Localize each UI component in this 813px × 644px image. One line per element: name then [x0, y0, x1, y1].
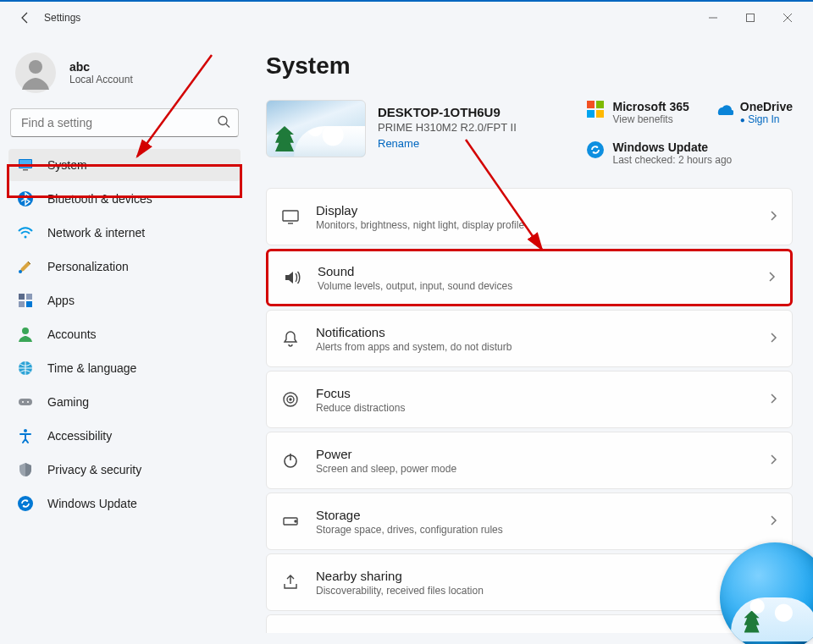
- card-cutoff[interactable]: [266, 614, 793, 633]
- card-storage[interactable]: Storage Storage space, drives, configura…: [266, 493, 793, 550]
- sidebar-item-label: System: [47, 158, 87, 172]
- card-sound[interactable]: Sound Volume levels, output, input, soun…: [266, 249, 793, 306]
- nav-list: System Bluetooth & devices Network & int…: [5, 149, 244, 520]
- card-power[interactable]: Power Screen and sleep, power mode: [266, 432, 793, 489]
- device-thumbnail[interactable]: [266, 100, 366, 157]
- card-nearby[interactable]: Nearby sharing Discoverability, received…: [266, 553, 793, 611]
- tile-title: OneDrive: [740, 100, 793, 113]
- tile-title: Microsoft 365: [613, 100, 689, 113]
- display-icon: [280, 206, 301, 227]
- tile-m365[interactable]: Microsoft 365 View benefits: [586, 100, 689, 125]
- minimize-icon: [708, 13, 718, 23]
- card-sub: Screen and sleep, power mode: [316, 463, 753, 475]
- update-icon: [586, 140, 605, 159]
- share-icon: [280, 572, 301, 592]
- minimize-button[interactable]: [694, 5, 732, 30]
- card-sub: Monitors, brightness, night light, displ…: [316, 219, 753, 231]
- svg-rect-20: [19, 399, 32, 405]
- update-icon: [17, 495, 34, 512]
- sound-icon: [282, 267, 302, 288]
- page-title: System: [266, 52, 793, 80]
- card-sub: Alerts from apps and system, do not dist…: [316, 341, 753, 353]
- focus-icon: [280, 389, 301, 410]
- svg-point-34: [290, 399, 291, 400]
- sidebar-item-apps[interactable]: Apps: [8, 284, 241, 316]
- maximize-icon: [745, 13, 755, 23]
- svg-rect-17: [26, 301, 32, 307]
- card-title: Focus: [316, 386, 753, 400]
- svg-rect-26: [596, 101, 604, 108]
- card-notifications[interactable]: Notifications Alerts from apps and syste…: [266, 310, 793, 367]
- search-icon: [217, 115, 230, 131]
- svg-rect-30: [283, 211, 298, 221]
- sidebar-item-time[interactable]: Time & language: [8, 352, 241, 384]
- sidebar-item-update[interactable]: Windows Update: [8, 487, 241, 520]
- rename-link[interactable]: Rename: [378, 137, 419, 150]
- power-icon: [280, 450, 301, 471]
- sidebar-item-bluetooth[interactable]: Bluetooth & devices: [8, 183, 241, 215]
- monitor-icon: [17, 157, 34, 173]
- sidebar-item-gaming[interactable]: Gaming: [8, 386, 241, 418]
- svg-point-21: [22, 401, 24, 403]
- title-bar: Settings: [0, 0, 813, 34]
- globe-clock-icon: [17, 360, 34, 377]
- sidebar-item-label: Apps: [47, 294, 75, 307]
- tile-title: Windows Update: [613, 140, 733, 154]
- card-title: Notifications: [316, 325, 753, 339]
- person-icon: [17, 326, 34, 343]
- chevron-right-icon: [768, 332, 778, 345]
- bluetooth-icon: [17, 190, 34, 207]
- svg-point-38: [295, 520, 296, 522]
- svg-line-7: [226, 124, 230, 128]
- svg-rect-15: [26, 294, 32, 300]
- sidebar-item-label: Privacy & security: [47, 463, 141, 476]
- card-display[interactable]: Display Monitors, brightness, night ligh…: [266, 188, 793, 245]
- tile-sub: View benefits: [613, 113, 689, 125]
- svg-rect-25: [587, 101, 595, 108]
- card-title: Storage: [316, 508, 753, 522]
- svg-point-29: [587, 141, 604, 158]
- svg-rect-28: [596, 110, 604, 118]
- search-input[interactable]: [10, 108, 239, 137]
- back-button[interactable]: [12, 4, 39, 31]
- card-title: Display: [316, 203, 753, 217]
- maximize-button[interactable]: [732, 5, 769, 30]
- sidebar-item-accessibility[interactable]: Accessibility: [8, 420, 241, 452]
- window-title: Settings: [44, 12, 80, 24]
- svg-point-5: [29, 60, 42, 74]
- chevron-right-icon: [768, 210, 778, 223]
- account-block[interactable]: abc Local Account: [5, 44, 244, 108]
- card-focus[interactable]: Focus Reduce distractions: [266, 371, 793, 428]
- arrow-left-icon: [19, 11, 32, 25]
- close-button[interactable]: [769, 5, 806, 30]
- sidebar-item-system[interactable]: System: [8, 149, 241, 181]
- svg-point-6: [218, 117, 227, 125]
- tile-onedrive[interactable]: OneDrive ● Sign In: [713, 100, 793, 125]
- tile-wupdate[interactable]: Windows Update Last checked: 2 hours ago: [586, 140, 794, 166]
- main-content: System DESKTOP-1OTH6U9 PRIME H310M2 R2.0…: [254, 34, 813, 644]
- sidebar-item-label: Accessibility: [47, 429, 112, 443]
- sidebar-item-personalization[interactable]: Personalization: [8, 250, 241, 283]
- svg-point-12: [25, 236, 27, 239]
- sidebar-item-accounts[interactable]: Accounts: [8, 318, 241, 350]
- card-title: Nearby sharing: [316, 569, 753, 583]
- device-name: DESKTOP-1OTH6U9: [378, 105, 547, 119]
- svg-rect-14: [19, 294, 25, 300]
- wifi-icon: [17, 224, 34, 241]
- card-sub: Volume levels, output, input, sound devi…: [318, 280, 751, 292]
- tile-sub: ● Sign In: [740, 113, 793, 125]
- sidebar-item-label: Time & language: [47, 361, 136, 375]
- sidebar-item-label: Bluetooth & devices: [47, 192, 152, 206]
- svg-rect-16: [19, 301, 25, 307]
- card-title: Sound: [318, 264, 751, 278]
- tile-sub-text: Sign In: [748, 113, 779, 125]
- svg-point-22: [27, 401, 29, 403]
- onedrive-icon: [713, 100, 732, 118]
- sidebar-item-label: Windows Update: [47, 497, 137, 510]
- sidebar-item-network[interactable]: Network & internet: [8, 217, 241, 249]
- bell-icon: [280, 328, 301, 349]
- storage-icon: [280, 511, 301, 531]
- sidebar-item-privacy[interactable]: Privacy & security: [8, 454, 241, 486]
- chevron-right-icon: [768, 454, 778, 467]
- svg-rect-10: [23, 169, 28, 171]
